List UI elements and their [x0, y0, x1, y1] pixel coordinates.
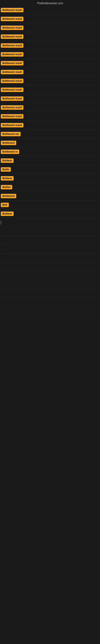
- bottleneck-result-badge[interactable]: Bottleneck result: [1, 96, 23, 101]
- list-item: Bottleneck result: [0, 6, 100, 14]
- bottleneck-result-badge[interactable]: Bottleneck result: [1, 88, 23, 92]
- list-item: [0, 280, 100, 289]
- bottleneck-result-badge[interactable]: Bottle: [1, 167, 11, 172]
- list-item: Bott: [0, 200, 100, 209]
- list-item: [0, 218, 100, 227]
- list-item: [0, 289, 100, 298]
- bottleneck-result-badge[interactable]: Bottleneck result: [1, 52, 23, 56]
- list-item: Bottlene: [0, 156, 100, 165]
- list-item: [0, 227, 100, 236]
- list-item: Bottleneck result: [0, 85, 100, 94]
- list-item: Bottleneck result: [0, 103, 100, 112]
- bottleneck-result-badge[interactable]: Bottleneck result: [1, 17, 23, 21]
- bottleneck-result-badge[interactable]: Bottleneck result: [1, 61, 23, 66]
- bottleneck-result-badge[interactable]: Bottleneck result: [1, 26, 23, 30]
- bottleneck-result-badge[interactable]: Bottleneck result: [1, 79, 23, 83]
- list-item: Bottleneck result: [0, 14, 100, 23]
- bottleneck-result-badge[interactable]: Bottleneck result: [1, 123, 23, 128]
- site-header: TheBottlenecker.com: [0, 0, 100, 6]
- list-item: Bottleneck result: [0, 41, 100, 50]
- ellipsis: ...: [1, 248, 2, 250]
- bottleneck-result-badge[interactable]: Bottleneck result: [1, 105, 23, 110]
- list-item: [0, 298, 100, 307]
- list-item: Bottlene: [0, 209, 100, 218]
- list-item: Bottleneck result: [0, 94, 100, 103]
- bottleneck-result-badge[interactable]: Bottlen: [1, 185, 12, 190]
- bottleneck-result-badge[interactable]: Bottlene: [1, 176, 14, 180]
- list-item: Bottleneck result: [0, 32, 100, 41]
- bottleneck-result-badge[interactable]: Bottleneck result: [1, 70, 23, 74]
- bottleneck-result-badge[interactable]: Bott: [1, 203, 9, 207]
- list-item: Bottleneck result: [0, 76, 100, 85]
- list-item: Bottlen: [0, 183, 100, 192]
- cursor-indicator: [1, 220, 1, 224]
- list-item: Bottleneck result: [0, 23, 100, 32]
- bottleneck-result-badge[interactable]: Bottleneck result: [1, 34, 23, 39]
- list-item: Bottleneck: [0, 192, 100, 200]
- list-item: ...: [0, 245, 100, 254]
- list-item: Bottleneck re: [0, 147, 100, 156]
- list-item: [0, 307, 100, 316]
- list-item: Bottleneck result: [0, 50, 100, 59]
- list-item: Bottleneck result: [0, 68, 100, 76]
- bottleneck-result-badge[interactable]: Bottleneck result: [1, 43, 23, 48]
- bottleneck-result-badge[interactable]: Bottleneck result: [1, 114, 23, 118]
- bottleneck-result-badge[interactable]: Bottleneck result: [1, 8, 23, 12]
- list-item: Bottlene: [0, 174, 100, 183]
- bottleneck-result-badge[interactable]: Bottleneck re: [1, 150, 19, 154]
- bottleneck-result-badge[interactable]: Bottlene: [1, 212, 14, 216]
- list-item: [0, 236, 100, 245]
- bottleneck-result-badge[interactable]: Bottlene: [1, 158, 14, 163]
- bottleneck-result-badge[interactable]: Bottleneck res: [1, 132, 21, 136]
- list-item: Bottleneck result: [0, 59, 100, 68]
- list-item: [0, 262, 100, 271]
- bottleneck-result-badge[interactable]: Bottleneck: [1, 194, 16, 198]
- bottleneck-result-badge[interactable]: Bottleneck: [1, 141, 16, 145]
- list-item: Bottleneck: [0, 138, 100, 147]
- list-item: [0, 254, 100, 262]
- list-item: [0, 271, 100, 280]
- list-item: Bottleneck res: [0, 130, 100, 138]
- list-item: Bottle: [0, 165, 100, 174]
- list-item: Bottleneck result: [0, 112, 100, 121]
- list-item: Bottleneck result: [0, 121, 100, 130]
